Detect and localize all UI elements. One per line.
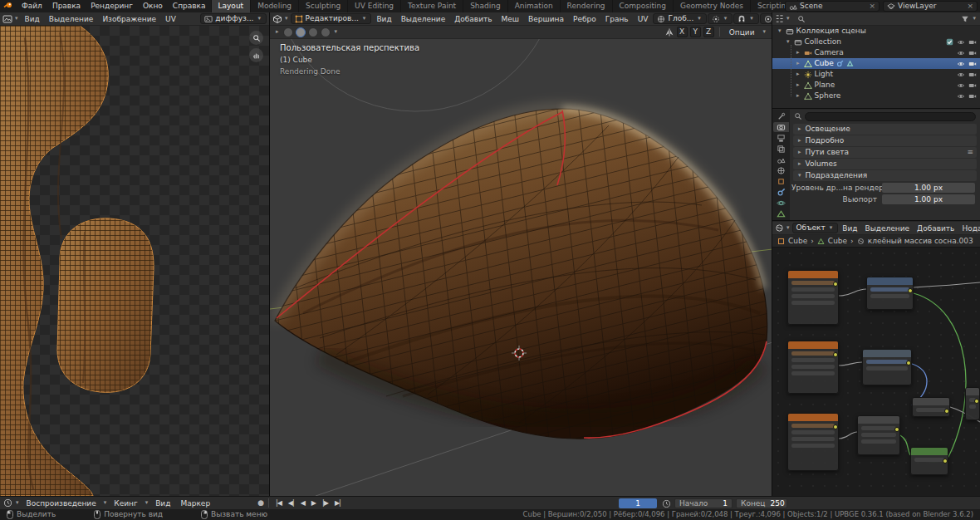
- image-editor-type-icon[interactable]: [2, 14, 12, 24]
- node-image-texture[interactable]: [787, 341, 839, 394]
- viewport-shading-material-icon[interactable]: [308, 27, 318, 37]
- options-chevron-icon[interactable]: ▾: [761, 29, 767, 35]
- image-datablock-selector[interactable]: диффуз... ▾: [200, 13, 267, 24]
- timeline-type-chevron-icon[interactable]: ▾: [14, 500, 21, 506]
- shader-menu-node[interactable]: Нода: [958, 222, 980, 235]
- timeline-menu-view[interactable]: Вид: [151, 497, 174, 510]
- uv-menu-uv[interactable]: UV: [161, 12, 180, 26]
- workspace-tab-layout[interactable]: Layout: [211, 0, 251, 12]
- expand-icon[interactable]: ▸: [795, 71, 801, 77]
- viewlayer-selector[interactable]: ViewLayer ×: [883, 1, 978, 12]
- jump-to-end-button[interactable]: ▶|: [332, 500, 343, 507]
- workspace-tab-geometry-nodes[interactable]: Geometry Nodes: [673, 0, 750, 12]
- mirror-y-button[interactable]: Y: [690, 27, 701, 37]
- outliner-search-icon[interactable]: [797, 15, 806, 23]
- jump-to-start-button[interactable]: |◀: [273, 500, 284, 507]
- vp-menu-mesh[interactable]: Меш: [497, 12, 524, 26]
- checkbox-icon[interactable]: [946, 38, 953, 46]
- properties-tab-physics[interactable]: [773, 198, 789, 208]
- node-utility[interactable]: [912, 397, 950, 417]
- outliner-row-camera[interactable]: ▸ Camera: [772, 47, 980, 58]
- shading-popover-chevron-icon[interactable]: ▾: [333, 29, 340, 35]
- timeline-menu-keying[interactable]: Кеинг: [110, 497, 141, 510]
- properties-tab-scene[interactable]: [773, 155, 789, 164]
- uv-menu-image[interactable]: Изображение: [98, 12, 160, 26]
- node-header[interactable]: [788, 414, 838, 421]
- uv-menu-select[interactable]: Выделение: [45, 12, 98, 26]
- render-visibility-icon[interactable]: [968, 49, 977, 57]
- prev-keyframe-button[interactable]: ◀|: [286, 500, 296, 507]
- property-value-field[interactable]: 1.00 px: [882, 194, 975, 204]
- outliner-row-collection[interactable]: ▾ Collection: [772, 37, 980, 47]
- viewport-shading-wireframe-icon[interactable]: [283, 27, 293, 37]
- expand-icon[interactable]: ▾: [785, 39, 791, 45]
- shader-menu-add[interactable]: Добавить: [914, 222, 958, 235]
- expand-icon[interactable]: ▸: [795, 93, 801, 99]
- mode-selector[interactable]: Редактиров... ▾: [291, 13, 372, 24]
- render-visibility-icon[interactable]: [968, 92, 977, 101]
- menu-render[interactable]: Рендеринг: [86, 0, 138, 12]
- vp-menu-add[interactable]: Добавить: [450, 12, 496, 26]
- node-header[interactable]: [788, 271, 838, 278]
- shader-context-selector[interactable]: Объект ▾: [792, 223, 839, 233]
- playback-chevron-icon[interactable]: ▾: [102, 500, 109, 506]
- panel-subdivision[interactable]: ▾ Подразделения: [793, 170, 977, 181]
- options-popover[interactable]: Опции: [725, 26, 759, 39]
- properties-tab-tool[interactable]: [773, 111, 789, 121]
- zoom-gizmo[interactable]: [249, 31, 263, 45]
- keying-chevron-icon[interactable]: ▾: [144, 500, 150, 506]
- expand-icon[interactable]: ▸: [795, 82, 801, 88]
- menu-window[interactable]: Окно: [138, 0, 168, 12]
- outliner-type-chevron-icon[interactable]: ▾: [785, 16, 791, 22]
- node-material-output[interactable]: [910, 447, 948, 475]
- node-partial[interactable]: [965, 387, 980, 420]
- expand-icon[interactable]: ▾: [777, 28, 783, 34]
- play-button[interactable]: ▶: [309, 500, 318, 507]
- uv-canvas[interactable]: [0, 26, 269, 496]
- properties-tab-modifiers[interactable]: [773, 187, 789, 197]
- node-canvas[interactable]: [772, 248, 980, 496]
- outliner-row-plane[interactable]: ▸ Plane: [772, 80, 980, 91]
- render-visibility-icon[interactable]: [968, 81, 977, 90]
- current-frame-field[interactable]: 1: [619, 498, 657, 508]
- scene-selector[interactable]: Scene ×: [785, 1, 880, 12]
- outliner-row-cube[interactable]: ▸ Cube: [772, 58, 980, 69]
- filter-funnel-icon[interactable]: [961, 15, 969, 23]
- render-visibility-icon[interactable]: [968, 71, 977, 79]
- workspace-tab-animation[interactable]: Animation: [507, 0, 560, 12]
- transform-orientation-selector[interactable]: Глоб... ▾: [653, 13, 706, 24]
- pivot-point-selector[interactable]: ▾: [708, 13, 733, 24]
- workspace-tab-shading[interactable]: Shading: [463, 0, 507, 12]
- breadcrumb-object[interactable]: Cube: [788, 238, 807, 245]
- node-header[interactable]: [858, 416, 899, 424]
- properties-tab-object[interactable]: [773, 176, 789, 186]
- play-reverse-button[interactable]: ◀: [298, 500, 307, 507]
- hide-eye-icon[interactable]: [957, 60, 965, 68]
- node-header[interactable]: [966, 388, 979, 395]
- mirror-x-button[interactable]: X: [677, 27, 688, 37]
- expand-icon[interactable]: ▸: [795, 50, 801, 56]
- auto-key-record-button[interactable]: ●: [257, 499, 264, 507]
- property-value-field[interactable]: 1.00 px: [882, 183, 975, 193]
- timeline-editor-type-icon[interactable]: [3, 498, 12, 508]
- viewport-editor-chevron-icon[interactable]: ▾: [283, 16, 290, 22]
- workspace-tab-modeling[interactable]: Modeling: [250, 0, 298, 12]
- shader-menu-view[interactable]: Вид: [839, 222, 860, 235]
- panel-volumes[interactable]: ▸ Volumes: [793, 159, 977, 169]
- workspace-tab-rendering[interactable]: Rendering: [560, 0, 612, 12]
- outliner-row-scene-collection[interactable]: ▾ Коллекция сцены: [772, 26, 980, 37]
- vp-menu-uv[interactable]: UV: [634, 12, 653, 26]
- vp-menu-vertex[interactable]: Вершина: [524, 12, 568, 26]
- outliner-row-sphere[interactable]: ▸ Sphere: [772, 91, 980, 101]
- shader-editor-type-icon[interactable]: [775, 223, 784, 233]
- snap-toggle[interactable]: ▾: [733, 13, 759, 24]
- menu-edit[interactable]: Правка: [47, 0, 86, 12]
- frame-end-field[interactable]: Конец 250: [736, 498, 787, 508]
- breadcrumb-material[interactable]: клеёный массив сосна.003: [868, 238, 973, 245]
- hide-eye-icon[interactable]: [957, 92, 965, 101]
- viewport-shading-solid-icon[interactable]: [296, 27, 306, 37]
- panel-detail[interactable]: ▸ Подробно: [793, 135, 977, 146]
- mesh-object[interactable]: [275, 109, 767, 439]
- vp-menu-face[interactable]: Грань: [601, 12, 633, 26]
- hide-eye-icon[interactable]: [957, 38, 965, 47]
